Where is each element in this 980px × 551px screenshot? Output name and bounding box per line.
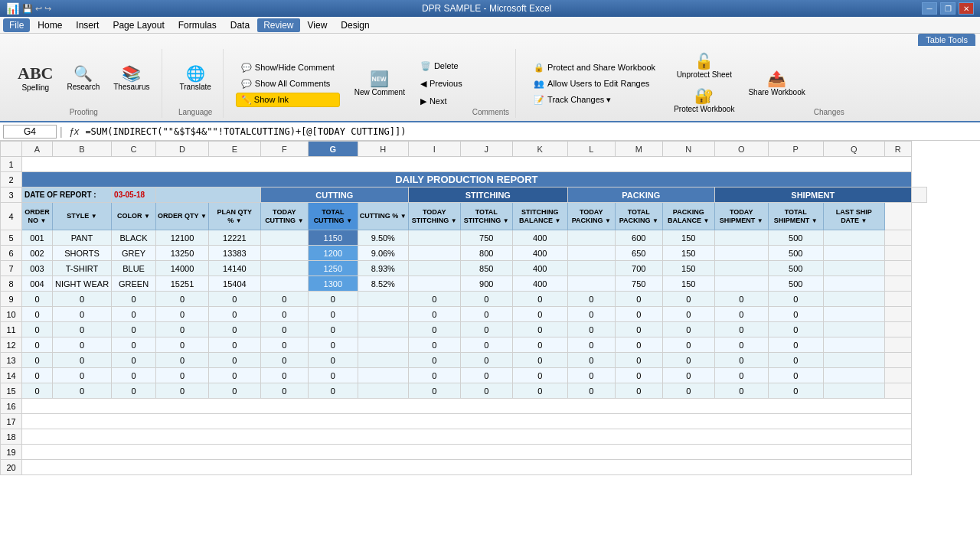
formula-input[interactable] [85, 126, 977, 137]
zero-cell-3-7[interactable] [358, 337, 408, 353]
data-cell-0-4[interactable]: 12221 [208, 230, 260, 246]
data-cell-2-12[interactable]: 700 [615, 261, 662, 276]
zero-cell-3-13[interactable]: 0 [662, 337, 714, 353]
data-cell-0-12[interactable]: 600 [615, 230, 662, 246]
minimize-button[interactable]: ─ [922, 2, 937, 15]
zero-cell-1-4[interactable]: 0 [208, 307, 260, 322]
data-cell-0-6[interactable]: 1150 [308, 230, 358, 246]
zero-cell-2-7[interactable] [358, 322, 408, 337]
col-J[interactable]: J [460, 142, 512, 157]
menu-view[interactable]: View [302, 18, 334, 32]
data-cell-0-8[interactable] [408, 230, 460, 246]
zero-cell-2-5[interactable]: 0 [260, 322, 308, 337]
menu-file[interactable]: File [3, 18, 30, 32]
col-M[interactable]: M [615, 142, 662, 157]
zero-cell-1-15[interactable]: 0 [768, 307, 823, 322]
zero-cell-5-7[interactable] [358, 368, 408, 383]
translate-button[interactable]: 🌐 Translate [175, 63, 217, 94]
data-cell-0-13[interactable]: 150 [662, 230, 714, 246]
zero-cell-2-4[interactable]: 0 [208, 322, 260, 337]
zero-cell-2-9[interactable]: 0 [460, 322, 512, 337]
zero-cell-3-3[interactable]: 0 [156, 337, 209, 353]
data-cell-3-0[interactable]: 004 [22, 276, 53, 292]
zero-cell-0-8[interactable]: 0 [408, 292, 460, 307]
new-comment-button[interactable]: 🆕 New Comment [349, 68, 410, 99]
col-header-5[interactable]: TODAYCUTTING ▼ [260, 203, 308, 230]
col-header-8[interactable]: TODAYSTITCHING ▼ [408, 203, 460, 230]
show-ink-button[interactable]: ✏️ Show Ink [236, 93, 340, 107]
data-cell-1-2[interactable]: GREY [112, 246, 156, 261]
col-header-14[interactable]: TODAYSHIPMENT ▼ [714, 203, 768, 230]
zero-cell-6-12[interactable]: 0 [615, 383, 662, 399]
data-cell-3-12[interactable]: 750 [615, 276, 662, 292]
zero-cell-0-10[interactable]: 0 [512, 292, 567, 307]
zero-cell-6-6[interactable]: 0 [308, 383, 358, 399]
col-O[interactable]: O [714, 142, 768, 157]
col-C[interactable]: C [112, 142, 156, 157]
zero-cell-4-10[interactable]: 0 [512, 353, 567, 368]
track-changes-button[interactable]: 📝 Track Changes ▾ [528, 93, 661, 107]
col-Q[interactable]: Q [823, 142, 884, 157]
spreadsheet-container[interactable]: ABCDEFGHIJKLMNOPQR12DAILY PRODUCTION REP… [0, 141, 980, 551]
data-cell-2-14[interactable] [714, 261, 768, 276]
zero-cell-5-6[interactable]: 0 [308, 368, 358, 383]
restore-button[interactable]: ❐ [940, 2, 956, 15]
data-cell-0-11[interactable] [567, 230, 615, 246]
col-header-9[interactable]: TOTALSTITCHING ▼ [460, 203, 512, 230]
next-button[interactable]: ▶ Next [415, 94, 468, 109]
zero-cell-0-3[interactable]: 0 [156, 292, 209, 307]
zero-cell-2-14[interactable]: 0 [714, 322, 768, 337]
menu-design[interactable]: Design [335, 18, 375, 32]
zero-cell-2-10[interactable]: 0 [512, 322, 567, 337]
zero-cell-5-13[interactable]: 0 [662, 368, 714, 383]
zero-cell-5-2[interactable]: 0 [112, 368, 156, 383]
col-N[interactable]: N [662, 142, 714, 157]
data-cell-3-16[interactable] [823, 276, 884, 292]
data-cell-3-9[interactable]: 900 [460, 276, 512, 292]
zero-cell-4-9[interactable]: 0 [460, 353, 512, 368]
zero-cell-6-2[interactable]: 0 [112, 383, 156, 399]
zero-cell-1-8[interactable]: 0 [408, 307, 460, 322]
data-cell-1-3[interactable]: 13250 [156, 246, 209, 261]
data-cell-0-10[interactable]: 400 [512, 230, 567, 246]
protect-share-button[interactable]: 🔒 Protect and Share Workbook [528, 60, 661, 75]
zero-cell-2-12[interactable]: 0 [615, 322, 662, 337]
zero-cell-5-3[interactable]: 0 [156, 368, 209, 383]
zero-cell-5-11[interactable]: 0 [567, 368, 615, 383]
zero-cell-6-5[interactable]: 0 [260, 383, 308, 399]
col-header-11[interactable]: TODAYPACKING ▼ [567, 203, 615, 230]
zero-cell-4-0[interactable]: 0 [22, 353, 53, 368]
data-cell-3-13[interactable]: 150 [662, 276, 714, 292]
col-header-2[interactable]: COLOR ▼ [112, 203, 156, 230]
zero-cell-5-16[interactable] [823, 368, 884, 383]
zero-cell-6-16[interactable] [823, 383, 884, 399]
data-cell-0-14[interactable] [714, 230, 768, 246]
data-cell-2-2[interactable]: BLUE [112, 261, 156, 276]
data-cell-2-5[interactable] [260, 261, 308, 276]
data-cell-3-7[interactable]: 8.52% [358, 276, 408, 292]
col-header-7[interactable]: CUTTING % ▼ [358, 203, 408, 230]
data-cell-3-5[interactable] [260, 276, 308, 292]
zero-cell-4-11[interactable]: 0 [567, 353, 615, 368]
data-cell-2-10[interactable]: 400 [512, 261, 567, 276]
zero-cell-3-16[interactable] [823, 337, 884, 353]
data-cell-2-0[interactable]: 003 [22, 261, 53, 276]
zero-cell-0-14[interactable]: 0 [714, 292, 768, 307]
zero-cell-6-13[interactable]: 0 [662, 383, 714, 399]
zero-cell-2-13[interactable]: 0 [662, 322, 714, 337]
data-cell-1-6[interactable]: 1200 [308, 246, 358, 261]
zero-cell-1-14[interactable]: 0 [714, 307, 768, 322]
data-cell-1-14[interactable] [714, 246, 768, 261]
zero-cell-6-9[interactable]: 0 [460, 383, 512, 399]
zero-cell-0-1[interactable]: 0 [53, 292, 112, 307]
zero-cell-0-4[interactable]: 0 [208, 292, 260, 307]
zero-cell-1-5[interactable]: 0 [260, 307, 308, 322]
data-cell-3-6[interactable]: 1300 [308, 276, 358, 292]
data-cell-1-10[interactable]: 400 [512, 246, 567, 261]
thesaurus-button[interactable]: 📚 Thesaurus [108, 63, 155, 94]
col-header-4[interactable]: PLAN QTY% ▼ [208, 203, 260, 230]
zero-cell-5-1[interactable]: 0 [53, 368, 112, 383]
zero-cell-1-9[interactable]: 0 [460, 307, 512, 322]
zero-cell-2-2[interactable]: 0 [112, 322, 156, 337]
data-cell-2-13[interactable]: 150 [662, 261, 714, 276]
